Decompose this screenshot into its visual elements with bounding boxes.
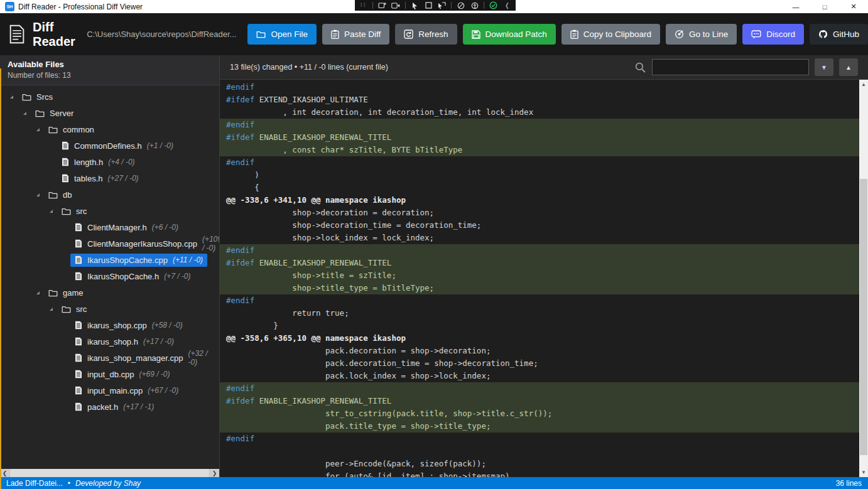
- video-camera-icon[interactable]: [391, 1, 401, 10]
- expand-arrow-icon[interactable]: [36, 128, 40, 131]
- clipboard-icon: [570, 30, 578, 39]
- scroll-left-icon[interactable]: ❮: [0, 469, 9, 477]
- scroll-up-icon[interactable]: ▲: [859, 80, 868, 89]
- file-icon: [62, 174, 69, 183]
- window-controls: — □ ✕: [781, 0, 868, 13]
- cursor-icon[interactable]: [410, 1, 420, 10]
- record-off-icon[interactable]: [456, 1, 465, 10]
- tree-folder-Server[interactable]: Server: [0, 105, 219, 121]
- current-file-path: C:\Users\Shay\source\repos\DiffReader...: [87, 30, 236, 39]
- code-vertical-scrollbar[interactable]: ▲ ▼: [859, 80, 868, 477]
- file-change-stats: (+4 / -0): [108, 158, 134, 166]
- diff-code[interactable]: #endif#ifdef EXTEND_IKASHOP_ULTIMATE , i…: [220, 80, 868, 477]
- file-label: CommonDefines.h: [74, 141, 142, 151]
- sidebar-title: Available Files: [8, 60, 212, 69]
- file-label: ikarus_shop.h: [87, 337, 138, 347]
- diff-context-line: pack.lock_index = shop->lock_index;: [220, 370, 868, 382]
- tree-file-IkarusShopCache.h[interactable]: IkarusShopCache.h(+7 / -0): [0, 268, 219, 284]
- window-edge-accent: [0, 68, 1, 489]
- expand-arrow-icon[interactable]: [36, 193, 40, 196]
- diff-added-line: #endif: [220, 119, 868, 131]
- tree-folder-game[interactable]: game: [0, 284, 219, 301]
- tree-folder-src[interactable]: src: [0, 301, 219, 317]
- tree-file-ikarus_shop_manager.cpp[interactable]: ikarus_shop_manager.cpp(+32 / -0): [0, 350, 219, 366]
- button-label: Download Patch: [486, 30, 547, 39]
- download-patch-button[interactable]: Download Patch: [463, 24, 556, 45]
- minimize-button[interactable]: —: [781, 0, 810, 13]
- file-change-stats: (+6 / -0): [152, 223, 178, 232]
- search-input[interactable]: [652, 59, 809, 75]
- file-count: Number of files: 13: [8, 71, 212, 80]
- folder-icon: [48, 191, 58, 199]
- file-change-stats: (+1 / -0): [147, 141, 173, 150]
- discord-button[interactable]: Discord: [742, 24, 804, 45]
- github-icon: [818, 30, 828, 39]
- folder-label: game: [63, 288, 84, 298]
- expand-arrow-icon[interactable]: [10, 95, 13, 99]
- diff-context-line: pack.decoration = shop->decoration;: [220, 345, 868, 357]
- file-icon: [75, 223, 82, 232]
- diff-context-line: #ifdef EXTEND_IKASHOP_ULTIMATE: [220, 94, 868, 106]
- go-to-line-button[interactable]: Go to Line: [666, 24, 737, 45]
- check-icon[interactable]: [489, 1, 498, 10]
- search-next-button[interactable]: ▼: [815, 58, 833, 76]
- discord-icon: [751, 30, 761, 39]
- paste-diff-button[interactable]: Paste Diff: [322, 24, 389, 45]
- tree-file-input_main.cpp[interactable]: input_main.cpp(+67 / -0): [0, 382, 219, 399]
- expand-arrow-icon[interactable]: [50, 210, 53, 213]
- target-icon: [675, 30, 684, 39]
- tree-folder-src[interactable]: src: [0, 203, 219, 219]
- tree-folder-common[interactable]: common: [0, 121, 219, 137]
- diff-added-line: , const char* szTitle, BYTE bTitleType: [220, 144, 868, 156]
- search-prev-button[interactable]: ▲: [839, 58, 858, 76]
- maximize-button[interactable]: □: [810, 0, 839, 13]
- folder-icon: [256, 30, 266, 38]
- tree-folder-Srcs[interactable]: Srcs: [0, 89, 219, 105]
- grip-icon[interactable]: ⠇⠇: [359, 1, 368, 10]
- scroll-down-icon[interactable]: ▼: [859, 468, 868, 477]
- expand-arrow-icon[interactable]: [50, 308, 53, 311]
- tree-file-ikarus_shop.cpp[interactable]: ikarus_shop.cpp(+58 / -0): [0, 317, 219, 333]
- expand-arrow-icon[interactable]: [36, 291, 40, 294]
- diff-added-line: shop->title_type = bTitleType;: [220, 282, 868, 294]
- file-label: ClientManagerIkarusShop.cpp: [87, 239, 197, 249]
- close-button[interactable]: ✕: [839, 0, 868, 13]
- folder-label: common: [63, 125, 94, 134]
- vertical-scroll-thumb[interactable]: [860, 179, 867, 455]
- region-capture-icon[interactable]: [377, 1, 387, 10]
- toolbar-separator: [405, 2, 406, 9]
- cursor-select-icon[interactable]: [438, 1, 447, 10]
- horizontal-scroll-thumb[interactable]: [10, 469, 209, 477]
- file-change-stats: (+109 / -0): [202, 235, 219, 252]
- sidebar-horizontal-scrollbar[interactable]: ❮ ❯: [0, 469, 219, 477]
- collapse-icon[interactable]: ❬: [502, 1, 512, 10]
- tree-file-CommonDefines.h[interactable]: CommonDefines.h(+1 / -0): [0, 137, 219, 154]
- diff-added-line: pack.title_type = shop->title_type;: [220, 420, 868, 433]
- tree-file-length.h[interactable]: length.h(+4 / -0): [0, 154, 219, 170]
- tree-folder-db[interactable]: db: [0, 186, 219, 203]
- diff-context-line: [220, 445, 868, 458]
- tree-file-tables.h[interactable]: tables.h(+27 / -0): [0, 170, 219, 186]
- tree-file-packet.h[interactable]: packet.h(+17 / -1): [0, 399, 219, 415]
- tree-file-IkarusShopCache.cpp[interactable]: IkarusShopCache.cpp(+11 / -0): [0, 252, 219, 268]
- tree-file-ClientManagerIkarusShop.cpp[interactable]: ClientManagerIkarusShop.cpp(+109 / -0): [0, 235, 219, 252]
- copy-to-clipboard-button[interactable]: Copy to Clipboard: [561, 24, 660, 45]
- refresh-button[interactable]: Refresh: [395, 24, 457, 45]
- button-label: GitHub: [833, 30, 859, 39]
- os-title-bar: SH Diff Reader - Professional Diff Viewe…: [0, 0, 868, 13]
- scroll-right-icon[interactable]: ❯: [210, 469, 219, 477]
- accessibility-icon[interactable]: [470, 1, 479, 10]
- diff-context-line: shop->decoration = decoration;: [220, 207, 868, 219]
- line-count: 36 lines: [836, 479, 862, 488]
- selection-box-icon[interactable]: [424, 1, 433, 10]
- expand-arrow-icon[interactable]: [23, 112, 26, 115]
- file-label: IkarusShopCache.cpp: [87, 255, 168, 265]
- folder-label: Srcs: [36, 92, 53, 102]
- diff-context-line: #endif: [220, 156, 868, 169]
- button-label: Go to Line: [689, 30, 728, 39]
- open-file-button[interactable]: Open File: [247, 24, 317, 45]
- diff-context-line: for (auto& [id, item] : shop->itemsmap): [220, 470, 868, 477]
- app-header: Diff Reader C:\Users\Shay\source\repos\D…: [0, 13, 868, 55]
- github-button[interactable]: GitHub: [810, 24, 868, 45]
- change-summary: 13 file(s) changed • +11 / -0 lines (cur…: [230, 63, 388, 72]
